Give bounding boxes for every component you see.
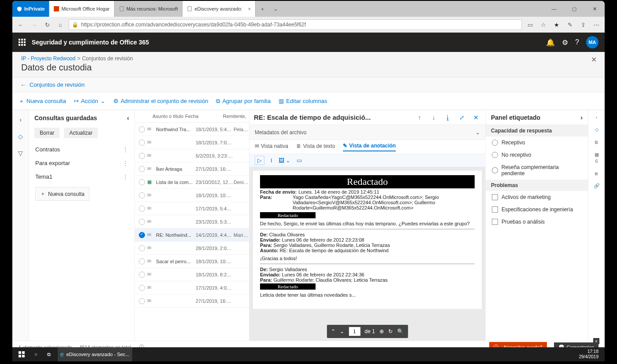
favorite-icon[interactable]: ☆ — [539, 20, 548, 29]
row-checkbox[interactable] — [139, 192, 145, 199]
image-tool-icon[interactable]: 🖼 ⌄ — [279, 157, 291, 164]
back-button[interactable]: ← — [16, 20, 26, 29]
rotate-icon[interactable]: ↻ — [388, 328, 393, 335]
pointer-tool-icon[interactable]: ▷ — [255, 156, 264, 165]
list-row[interactable]: ✉RE: Northwind...14/1/2019, 4:45:...Mari… — [135, 228, 249, 242]
more-icon[interactable]: ⋯ — [591, 20, 601, 29]
list-row[interactable]: ✉5/2/2019, 3:23:4... — [135, 149, 249, 162]
system-tray[interactable]: 17:18 29/4/2019 — [579, 349, 602, 360]
row-checkbox[interactable] — [139, 285, 145, 291]
list-row[interactable]: ✉27/1/2019, 16:10:... — [135, 294, 249, 308]
taskbar-app-edge[interactable]: eeDiscovery avanzado - Sec... — [58, 347, 132, 361]
row-checkbox[interactable] — [139, 258, 145, 265]
check-engineering[interactable]: Especificaciones de ingeniería — [486, 203, 588, 216]
list-row[interactable]: ✉Northwind Tra...18/1/2019, 5:44:...Pela… — [135, 123, 249, 136]
rail-filter-icon[interactable]: ▽ — [15, 148, 26, 158]
page-down-icon[interactable]: ⌄ — [340, 328, 344, 335]
rail-expand-icon[interactable]: › — [15, 114, 26, 125]
more-icon[interactable]: ⋮ — [123, 160, 128, 166]
row-checkbox[interactable] — [139, 140, 145, 146]
radio-not-responsive[interactable]: No receptivo — [486, 149, 588, 161]
list-row[interactable]: ✉Sacar el perro...18/1/2019, 10:35:... — [135, 255, 249, 268]
back-bar[interactable]: ← Conjuntos de revisión — [12, 77, 605, 92]
settings-icon[interactable]: ⚙ — [562, 38, 568, 47]
notifications-icon[interactable]: 🔔 — [546, 38, 555, 47]
query-item[interactable]: Contratos⋮ — [29, 143, 134, 156]
metadata-bar[interactable]: Metadatos del archivo ⌄ — [249, 125, 485, 140]
close-reader-icon[interactable]: ✕ — [471, 114, 481, 121]
rail-link-icon[interactable]: 🔗 — [594, 183, 600, 189]
share-icon[interactable]: ⇪ — [578, 20, 588, 29]
tab-text-view[interactable]: 🗎 Vista de texto — [296, 143, 335, 151]
new-tab-button[interactable]: ＋ — [256, 1, 269, 17]
text-tool-icon[interactable]: I — [271, 157, 272, 164]
cortana-icon[interactable]: ○ — [32, 347, 40, 361]
rail-doc-icon[interactable]: 🗎 — [594, 140, 599, 145]
list-row[interactable]: ✉18/1/2019, 8:22:... — [135, 268, 249, 281]
tabs-overflow-icon[interactable]: ⌄ — [269, 1, 282, 17]
row-checkbox[interactable] — [139, 219, 145, 225]
home-button[interactable]: ⌂ — [56, 20, 65, 29]
rail-tag-icon[interactable]: ◇ — [15, 131, 26, 142]
url-input[interactable]: 🔒 https://protection.office.com/advanced… — [69, 19, 522, 30]
tab-ediscovery[interactable]: eDiscovery avanzado: × — [182, 1, 256, 17]
help-icon[interactable]: ? — [575, 38, 579, 46]
list-row[interactable]: ✉23/1/2019, 5:34:... — [135, 215, 249, 228]
clear-button[interactable]: Borrar — [34, 128, 59, 138]
app-launcher-icon[interactable] — [19, 39, 26, 46]
area-tool-icon[interactable]: ▭ — [297, 157, 302, 164]
next-item-icon[interactable]: ↓ — [429, 114, 439, 121]
list-row[interactable]: ✉17/1/2019, 5:45:... — [135, 202, 249, 215]
close-window-button[interactable]: ✕ — [584, 1, 605, 17]
reading-view-icon[interactable]: ▭ — [525, 20, 535, 29]
query-item[interactable]: Para exportar⋮ — [29, 156, 134, 170]
rail-grid-icon[interactable]: ▦ 6 — [595, 152, 599, 164]
row-checkbox[interactable] — [139, 298, 145, 304]
page-up-icon[interactable]: ⌃ — [331, 328, 335, 335]
row-checkbox[interactable] — [139, 179, 145, 185]
more-icon[interactable]: ⋮ — [123, 146, 128, 153]
start-button[interactable] — [16, 347, 27, 361]
breadcrumb[interactable]: IP - Proyecto Redwood>Conjuntos de revis… — [21, 55, 596, 62]
radio-pending-review[interactable]: Reseña complementaria pendiente — [486, 161, 588, 180]
add-query-button[interactable]: ＋Nueva consulta — [35, 187, 89, 201]
check-tests[interactable]: Pruebas o análisis — [486, 216, 588, 228]
list-row[interactable]: ✉18/1/2019, 7:05:... — [135, 136, 249, 149]
page-number-input[interactable] — [349, 327, 360, 336]
row-checkbox[interactable] — [139, 245, 145, 251]
document-viewer[interactable]: Redactado Fecha de envío:Lunes. 14 de en… — [249, 167, 485, 341]
forward-button[interactable]: → — [29, 20, 39, 29]
list-row[interactable]: ✉17/1/2019, 4:04:... — [135, 281, 249, 294]
list-row[interactable]: ✉18/1/2019, 10:34:... — [135, 189, 249, 202]
download-icon[interactable]: ⭳ — [443, 114, 453, 121]
manage-set-button[interactable]: ⚙Administrar el conjunto de revisión — [113, 98, 208, 104]
expand-icon[interactable]: ⤢ — [457, 114, 467, 121]
row-checkbox[interactable] — [139, 153, 145, 159]
close-tab-icon[interactable]: × — [248, 6, 251, 11]
more-icon[interactable]: ⋮ — [123, 173, 128, 180]
search-doc-icon[interactable]: 🔍 — [397, 328, 404, 335]
prev-item-icon[interactable]: ↑ — [415, 114, 424, 121]
user-avatar[interactable]: MA — [586, 36, 598, 48]
rail-collapse-icon[interactable]: ‹ — [596, 114, 598, 120]
edit-columns-button[interactable]: ▥Editar columnas — [279, 98, 327, 104]
zoom-in-icon[interactable]: ⊕ — [379, 328, 384, 335]
radio-responsive[interactable]: Receptivo — [486, 136, 588, 149]
favorites-bar-icon[interactable]: ★ — [552, 20, 561, 29]
new-query-button[interactable]: ＋Nueva consulta — [19, 97, 66, 105]
rail-tag-icon[interactable]: ◇ — [595, 127, 598, 132]
task-view-icon[interactable]: ⧉ — [45, 347, 53, 361]
tab-office[interactable]: Microsoft Office Hogar — [49, 1, 114, 17]
refresh-button[interactable]: ↻ — [42, 20, 52, 29]
query-item[interactable]: Tema1⋮ — [29, 170, 134, 184]
row-checkbox[interactable] — [139, 206, 145, 212]
list-row[interactable]: ▦Lista de la com...23/10/2012, 12:2...De… — [135, 176, 249, 189]
rail-note-icon[interactable]: 🗈 — [594, 171, 599, 176]
row-checkbox[interactable] — [139, 126, 145, 132]
row-checkbox[interactable] — [139, 166, 145, 172]
close-icon[interactable]: × — [593, 338, 599, 344]
tab-native-view[interactable]: ✉ Vista nativa — [255, 143, 288, 151]
minimize-button[interactable]: — — [544, 1, 564, 17]
collapse-queries-icon[interactable]: ‹ — [127, 114, 129, 121]
group-family-button[interactable]: ⧉Agrupar por familia — [216, 98, 271, 105]
